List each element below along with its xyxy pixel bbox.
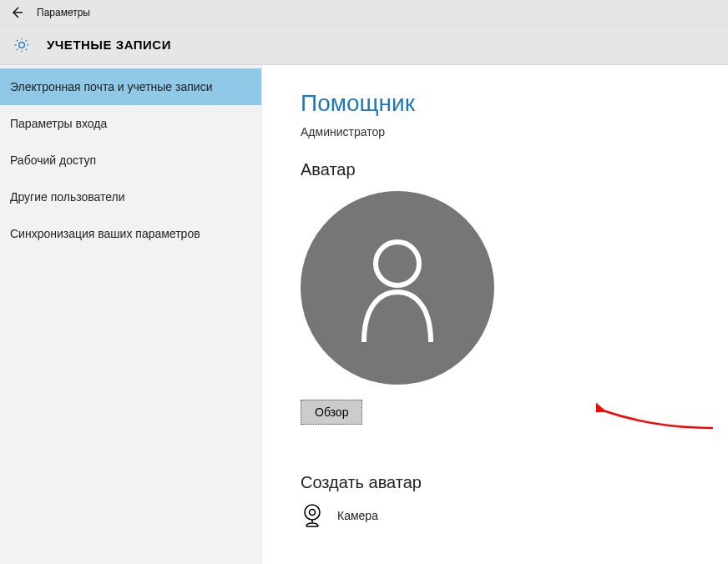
sidebar-item-label: Параметры входа: [10, 117, 107, 130]
avatar: [301, 191, 728, 385]
page-title: УЧЕТНЫЕ ЗАПИСИ: [47, 38, 171, 52]
svg-point-2: [310, 510, 316, 516]
window-title: Параметры: [37, 7, 90, 18]
sidebar-item-email-accounts[interactable]: Электронная почта и учетные записи: [0, 68, 261, 105]
sidebar-item-label: Рабочий доступ: [10, 154, 96, 167]
sidebar-item-label: Синхронизация ваших параметров: [10, 227, 200, 240]
sidebar: Электронная почта и учетные записи Парам…: [0, 65, 262, 564]
gear-icon: [13, 37, 30, 53]
sidebar-item-signin-options[interactable]: Параметры входа: [0, 105, 261, 142]
user-role: Администратор: [301, 125, 728, 138]
sidebar-item-sync-settings[interactable]: Синхронизация ваших параметров: [0, 215, 261, 252]
sidebar-item-label: Другие пользователи: [10, 190, 125, 204]
sidebar-item-work-access[interactable]: Рабочий доступ: [0, 142, 261, 179]
user-display-name: Помощник: [301, 90, 728, 117]
browse-button[interactable]: Обзор: [301, 400, 362, 425]
create-avatar-heading: Создать аватар: [301, 473, 728, 492]
avatar-heading: Аватар: [301, 160, 728, 179]
avatar-placeholder: [301, 191, 494, 385]
content: Помощник Администратор Аватар Обзор Созд…: [262, 65, 728, 564]
sidebar-item-other-users[interactable]: Другие пользователи: [0, 179, 261, 215]
svg-point-0: [376, 242, 419, 285]
titlebar: Параметры: [0, 0, 728, 25]
camera-label: Камера: [337, 509, 378, 522]
sidebar-item-label: Электронная почта и учетные записи: [10, 80, 212, 93]
back-button[interactable]: [5, 1, 28, 24]
header: УЧЕТНЫЕ ЗАПИСИ: [0, 25, 728, 65]
arrow-left-icon: [10, 6, 23, 19]
camera-option[interactable]: Камера: [301, 504, 728, 527]
person-icon: [351, 234, 443, 342]
svg-point-1: [305, 505, 320, 520]
camera-icon: [301, 504, 324, 527]
annotation-arrow: [596, 399, 721, 441]
